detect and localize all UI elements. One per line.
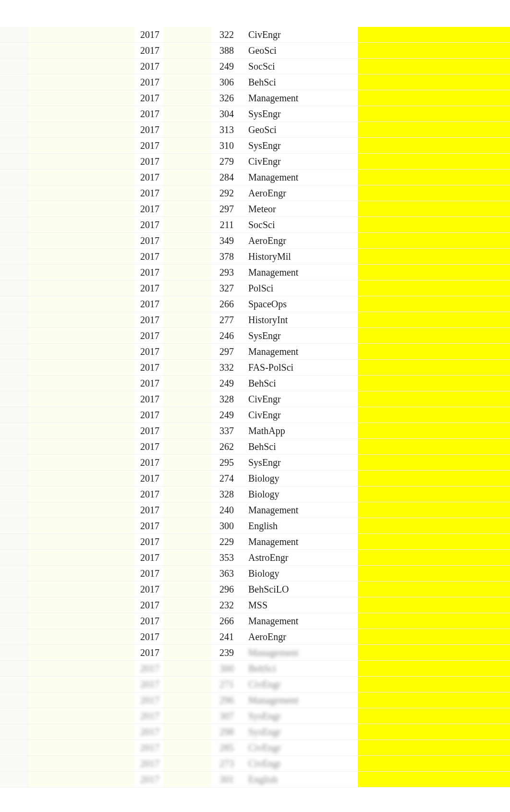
gap-cell	[238, 138, 247, 154]
gap-cell	[238, 217, 247, 233]
table-row: 2017279CivEngr	[0, 154, 510, 170]
table-row: 2017353AstroEngr	[0, 550, 510, 566]
gap-cell	[238, 502, 247, 518]
blank-cell	[29, 677, 134, 692]
year-cell: 2017	[134, 518, 163, 534]
year-cell: 2017	[134, 471, 163, 486]
gap-cell	[238, 90, 247, 106]
spacer-cell	[163, 27, 211, 43]
gap-cell	[238, 534, 247, 550]
discipline-cell: Management	[247, 265, 329, 280]
value-cell: 337	[211, 423, 238, 439]
discipline-cell: Management	[247, 613, 329, 629]
spacer-cell	[163, 59, 211, 74]
right-margin	[329, 502, 358, 518]
right-margin	[329, 756, 358, 772]
spacer-cell	[163, 391, 211, 407]
left-gutter	[0, 170, 29, 185]
highlight-cell	[358, 677, 510, 692]
year-cell: 2017	[134, 613, 163, 629]
value-cell: 322	[211, 27, 238, 43]
table-row: 2017327PolSci	[0, 280, 510, 296]
spacer-cell	[163, 328, 211, 344]
gap-cell	[238, 233, 247, 249]
year-cell: 2017	[134, 74, 163, 90]
blank-cell	[29, 661, 134, 677]
blank-cell	[29, 582, 134, 597]
blank-cell	[29, 74, 134, 90]
left-gutter	[0, 708, 29, 724]
year-cell: 2017	[134, 391, 163, 407]
blank-cell	[29, 518, 134, 534]
right-margin	[329, 724, 358, 740]
right-margin	[329, 138, 358, 154]
year-cell: 2017	[134, 170, 163, 185]
gap-cell	[238, 170, 247, 185]
year-cell: 2017	[134, 122, 163, 138]
value-cell: 332	[211, 360, 238, 376]
left-gutter	[0, 486, 29, 502]
right-margin	[329, 344, 358, 360]
left-gutter	[0, 360, 29, 376]
value-cell: 301	[211, 772, 238, 788]
right-margin	[329, 391, 358, 407]
year-cell: 2017	[134, 344, 163, 360]
discipline-cell: Management	[247, 645, 329, 661]
blank-cell	[29, 645, 134, 661]
gap-cell	[238, 344, 247, 360]
highlight-cell	[358, 27, 510, 43]
spacer-cell	[163, 90, 211, 106]
left-gutter	[0, 772, 29, 788]
highlight-cell	[358, 486, 510, 502]
spacer-cell	[163, 534, 211, 550]
spacer-cell	[163, 376, 211, 391]
table-row: 2017363Biology	[0, 566, 510, 582]
gap-cell	[238, 740, 247, 756]
highlight-cell	[358, 296, 510, 312]
right-margin	[329, 59, 358, 74]
table-row: 2017304SysEngr	[0, 106, 510, 122]
table-row: 2017232MSS	[0, 597, 510, 613]
left-gutter	[0, 233, 29, 249]
discipline-cell: Biology	[247, 566, 329, 582]
right-margin	[329, 170, 358, 185]
blank-cell	[29, 233, 134, 249]
table-row: 2017249CivEngr	[0, 407, 510, 423]
value-cell: 306	[211, 74, 238, 90]
right-margin	[329, 154, 358, 170]
spacer-cell	[163, 185, 211, 201]
spacer-cell	[163, 106, 211, 122]
discipline-cell: BehSci	[247, 661, 329, 677]
value-cell: 297	[211, 201, 238, 217]
highlight-cell	[358, 566, 510, 582]
gap-cell	[238, 724, 247, 740]
left-gutter	[0, 756, 29, 772]
highlight-cell	[358, 423, 510, 439]
value-cell: 285	[211, 740, 238, 756]
year-cell: 2017	[134, 756, 163, 772]
right-margin	[329, 455, 358, 471]
highlight-cell	[358, 170, 510, 185]
blank-cell	[29, 534, 134, 550]
left-gutter	[0, 154, 29, 170]
gap-cell	[238, 439, 247, 455]
blank-cell	[29, 471, 134, 486]
value-cell: 293	[211, 265, 238, 280]
discipline-cell: CivEngr	[247, 27, 329, 43]
right-margin	[329, 90, 358, 106]
highlight-cell	[358, 280, 510, 296]
table-row: 2017298SysEngr	[0, 724, 510, 740]
blank-cell	[29, 344, 134, 360]
highlight-cell	[358, 740, 510, 756]
gap-cell	[238, 376, 247, 391]
blank-cell	[29, 217, 134, 233]
table-row: 2017300English	[0, 518, 510, 534]
discipline-cell: Management	[247, 502, 329, 518]
year-cell: 2017	[134, 692, 163, 708]
right-margin	[329, 376, 358, 391]
highlight-cell	[358, 90, 510, 106]
value-cell: 246	[211, 328, 238, 344]
discipline-cell: CivEngr	[247, 756, 329, 772]
discipline-cell: FAS-PolSci	[247, 360, 329, 376]
blank-cell	[29, 249, 134, 265]
